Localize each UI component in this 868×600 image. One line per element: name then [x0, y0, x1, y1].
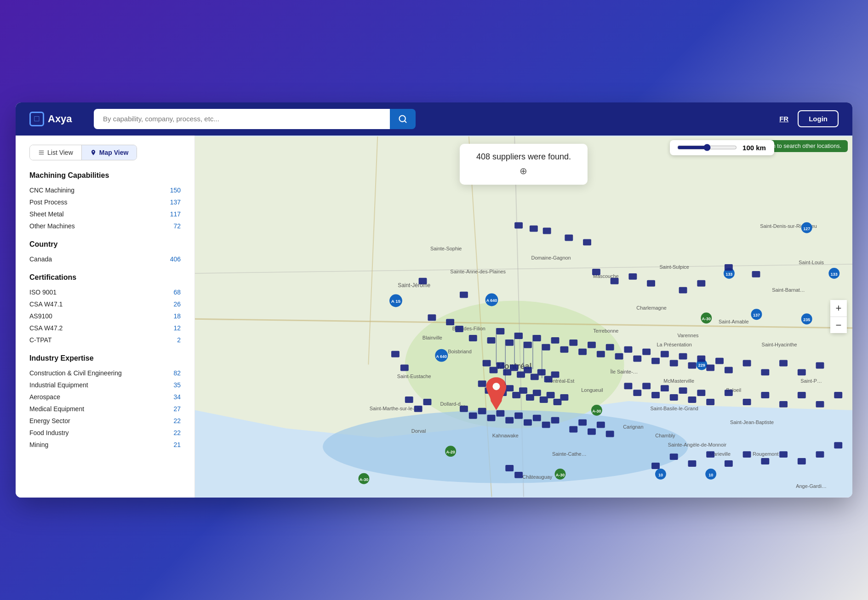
svg-rect-135	[798, 369, 806, 375]
svg-rect-199	[834, 442, 842, 448]
industry-filter-item[interactable]: Food Industry 22	[29, 427, 181, 439]
svg-text:10: 10	[658, 473, 663, 477]
map-view-button[interactable]: Map View	[81, 145, 137, 160]
svg-rect-193	[743, 399, 751, 405]
svg-rect-182	[624, 383, 632, 389]
svg-text:127: 127	[803, 226, 810, 231]
industry-filter-item[interactable]: Industrial Equipment 35	[29, 379, 181, 391]
svg-text:A-20: A-20	[446, 450, 455, 454]
svg-rect-124	[661, 351, 669, 357]
svg-rect-148	[478, 380, 486, 387]
svg-rect-178	[414, 406, 423, 412]
svg-rect-91	[419, 278, 427, 284]
svg-rect-191	[706, 399, 714, 405]
svg-text:133: 133	[725, 272, 732, 277]
distance-slider[interactable]	[677, 144, 737, 151]
svg-rect-203	[761, 458, 769, 464]
zoom-in-button[interactable]: +	[830, 300, 847, 317]
svg-rect-101	[428, 314, 436, 321]
login-button[interactable]: Login	[798, 110, 839, 127]
svg-text:Sainte-Angèle-de-Monnoir: Sainte-Angèle-de-Monnoir	[668, 442, 727, 447]
svg-rect-103	[455, 326, 463, 332]
industry-filter-item[interactable]: Mining 21	[29, 439, 181, 451]
svg-rect-162	[469, 413, 477, 419]
svg-rect-117	[597, 351, 605, 357]
svg-rect-145	[537, 369, 546, 375]
distance-value: 100 km	[742, 144, 767, 152]
svg-rect-131	[725, 367, 733, 373]
svg-text:Saint-Sulpice: Saint-Sulpice	[660, 264, 689, 270]
svg-rect-100	[752, 271, 760, 277]
svg-rect-119	[615, 353, 623, 359]
svg-rect-185	[651, 392, 660, 398]
svg-rect-192	[725, 390, 733, 396]
industry-filter-item[interactable]: Medical Equipment 27	[29, 403, 181, 415]
svg-rect-132	[743, 360, 751, 366]
svg-text:Saint-Amable: Saint-Amable	[719, 319, 748, 324]
svg-rect-139	[496, 362, 504, 368]
svg-rect-208	[670, 453, 678, 460]
machining-filter-item[interactable]: Other Machines 72	[29, 220, 181, 232]
result-popup: 408 suppliers were found. ⊕	[460, 144, 588, 185]
country-section-title: Country	[29, 240, 181, 249]
zoom-out-button[interactable]: −	[830, 317, 847, 333]
search-input[interactable]	[94, 109, 390, 129]
svg-text:Chambly: Chambly	[655, 433, 675, 438]
view-toggle: List View Map View	[29, 145, 137, 160]
machining-filter-item[interactable]: Sheet Metal 117	[29, 208, 181, 220]
list-icon	[38, 149, 45, 156]
search-button[interactable]	[390, 109, 416, 129]
industry-filter-item[interactable]: Aerospace 34	[29, 391, 181, 403]
svg-rect-187	[670, 394, 678, 401]
svg-rect-175	[597, 421, 605, 428]
svg-rect-167	[514, 413, 523, 419]
logo-icon: □	[29, 112, 44, 126]
svg-rect-166	[505, 417, 514, 423]
svg-rect-198	[834, 392, 842, 398]
country-filter-item[interactable]: Canada 406	[29, 253, 181, 265]
svg-rect-121	[633, 355, 641, 362]
lang-toggle[interactable]: FR	[779, 115, 788, 123]
svg-rect-154	[519, 387, 527, 394]
svg-rect-96	[647, 280, 655, 287]
svg-rect-160	[560, 394, 568, 401]
svg-rect-186	[661, 385, 669, 391]
svg-rect-205	[725, 460, 733, 467]
svg-rect-98	[697, 280, 705, 287]
list-view-button[interactable]: List View	[30, 145, 81, 160]
result-divider: ⊕	[476, 165, 571, 176]
cert-filter-item[interactable]: CSA W47.2 12	[29, 322, 181, 334]
svg-rect-184	[642, 383, 651, 389]
svg-text:Terrebonne: Terrebonne	[593, 328, 618, 334]
industry-filter-item[interactable]: Construction & Civil Engineering 82	[29, 367, 181, 379]
svg-rect-156	[533, 390, 541, 396]
svg-rect-125	[670, 360, 678, 366]
svg-line-1	[405, 121, 406, 123]
svg-rect-196	[798, 392, 806, 398]
machining-filter-item[interactable]: CNC Machining 150	[29, 184, 181, 196]
svg-rect-88	[543, 227, 551, 234]
cert-filter-item[interactable]: ISO 9001 68	[29, 286, 181, 298]
industry-filter-item[interactable]: Energy Sector 22	[29, 415, 181, 427]
svg-text:Ange-Gardi…: Ange-Gardi…	[796, 483, 827, 488]
svg-text:A 640: A 640	[486, 298, 497, 303]
svg-rect-170	[542, 421, 550, 428]
svg-rect-141	[510, 364, 518, 371]
svg-rect-165	[496, 410, 504, 417]
svg-rect-143	[524, 367, 532, 373]
svg-rect-209	[651, 463, 660, 469]
svg-text:Varennes: Varennes	[678, 333, 699, 338]
svg-rect-92	[460, 291, 468, 298]
cert-filter-item[interactable]: CSA W47.1 26	[29, 298, 181, 310]
svg-rect-158	[547, 392, 555, 398]
svg-rect-95	[628, 273, 637, 280]
machining-filter-item[interactable]: Post Process 137	[29, 196, 181, 208]
svg-rect-133	[761, 369, 769, 375]
logo-text: Axya	[48, 113, 72, 125]
svg-rect-147	[551, 371, 560, 378]
svg-rect-110	[533, 335, 541, 341]
cert-filter-item[interactable]: AS9100 18	[29, 310, 181, 322]
svg-rect-112	[551, 337, 560, 344]
cert-filter-item[interactable]: C-TPAT 2	[29, 334, 181, 346]
svg-rect-177	[405, 396, 413, 403]
